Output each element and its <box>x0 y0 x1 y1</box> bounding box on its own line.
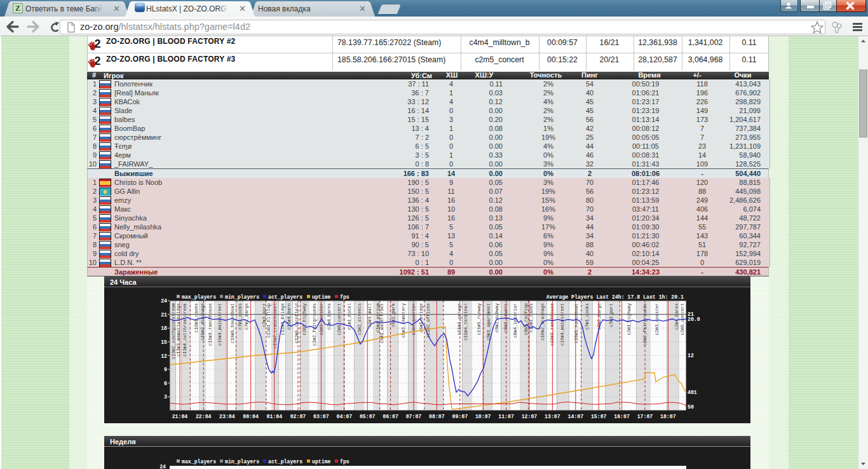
svg-text:23:04: 23:04 <box>219 414 235 419</box>
svg-text:2: 2 <box>95 37 101 50</box>
svg-text:max_players: max_players <box>182 294 216 300</box>
svg-text:c10m2_drainage: c10m2_drainage <box>200 303 205 341</box>
svg-text:21:04: 21:04 <box>172 414 188 419</box>
svg-text:c7m3_port: c7m3_port <box>609 303 614 327</box>
svg-text:fps: fps <box>340 459 349 465</box>
svg-text:c13m4_cutthroatcreek: c13m4_cutthroatcreek <box>182 303 187 357</box>
svg-text:09:07: 09:07 <box>452 414 468 419</box>
svg-text:Average Players Last 24h: 17.8: Average Players Last 24h: 17.8 Last 1h: … <box>546 294 684 300</box>
svg-text:c1m2_streets: c1m2_streets <box>357 303 362 335</box>
svg-text:c2m1_highway: c2m1_highway <box>302 303 307 335</box>
svg-text:14:07: 14:07 <box>568 414 584 419</box>
svg-text:c11m5_runway: c11m5_runway <box>477 303 482 335</box>
svg-text:c10m5_houseboat: c10m5_houseboat <box>230 303 235 343</box>
svg-text:c2m4_barns: c2m4_barns <box>674 303 679 330</box>
svg-text:02:07: 02:07 <box>290 414 306 419</box>
svg-text:10:07: 10:07 <box>475 414 491 419</box>
svg-text:3: 3 <box>164 394 167 400</box>
svg-text:c7m2_barge: c7m2_barge <box>597 303 602 330</box>
svg-text:12:07: 12:07 <box>522 414 538 419</box>
svg-text:c10m3_ranchhouse: c10m3_ranchhouse <box>208 303 213 346</box>
svg-text:c13m2_southpinestream: c13m2_southpinestream <box>171 303 176 359</box>
svg-text:07:07: 07:07 <box>406 414 422 419</box>
svg-text:50: 50 <box>688 404 694 410</box>
svg-text:2: 2 <box>95 55 101 67</box>
svg-text:24: 24 <box>161 298 167 304</box>
svg-text:c11m3_garage: c11m3_garage <box>457 303 462 335</box>
svg-text:c10m4_mainstreet: c10m4_mainstreet <box>560 303 565 346</box>
svg-text:c7m1_docks: c7m1_docks <box>238 303 243 330</box>
svg-text:c11m4_terminal: c11m4_terminal <box>463 303 468 341</box>
svg-text:uptime: uptime <box>312 459 331 465</box>
svg-text:c13m3_memorialbridge: c13m3_memorialbridge <box>176 303 181 357</box>
svg-text:c7m2_barge: c7m2_barge <box>244 303 249 330</box>
svg-text:13:07: 13:07 <box>545 414 560 419</box>
svg-text:c8m5_rooftop: c8m5_rooftop <box>524 303 529 335</box>
svg-text:c10m2_drainage: c10m2_drainage <box>540 303 545 341</box>
svg-text:12: 12 <box>688 353 694 358</box>
svg-text:Неделя: Неделя <box>110 438 136 445</box>
svg-text:21: 21 <box>161 312 167 318</box>
svg-text:c7m1_docks: c7m1_docks <box>585 303 590 330</box>
svg-text:c8m1_apartment: c8m1_apartment <box>486 303 491 341</box>
svg-text:c10m4_mainstreet: c10m4_mainstreet <box>217 303 222 346</box>
svg-text:c2m3_coaster: c2m3_coaster <box>654 303 660 335</box>
svg-text:11:07: 11:07 <box>498 414 514 419</box>
svg-text:24: 24 <box>159 464 166 469</box>
svg-text:c2m1_highway: c2m1_highway <box>627 303 632 335</box>
svg-text:c2m5_concert: c2m5_concert <box>337 303 342 335</box>
svg-text:c2m4_barns: c2m4_barns <box>327 303 332 330</box>
svg-text:c5m2_park: c5m2_park <box>391 303 396 327</box>
svg-text:20.0: 20.0 <box>688 316 700 322</box>
svg-text:04:07: 04:07 <box>337 414 353 419</box>
svg-text:18: 18 <box>161 325 167 331</box>
svg-text:18:07: 18:07 <box>660 414 676 419</box>
svg-text:act_players: act_players <box>268 459 302 465</box>
svg-text:c10m5_houseboat: c10m5_houseboat <box>574 303 579 343</box>
svg-text:22:04: 22:04 <box>196 414 212 419</box>
svg-text:c7m3_port: c7m3_port <box>262 303 267 327</box>
svg-text:9: 9 <box>164 367 167 372</box>
svg-text:c10m3_ranchhouse: c10m3_ranchhouse <box>550 303 555 346</box>
svg-text:c2m2_fairgrounds: c2m2_fairgrounds <box>312 303 317 346</box>
svg-text:min_players: min_players <box>225 459 259 465</box>
svg-text:c12m2_traintunnel: c12m2_traintunnel <box>273 303 278 348</box>
svg-text:fps: fps <box>340 294 349 300</box>
svg-text:06:07: 06:07 <box>383 414 398 419</box>
svg-text:17:07: 17:07 <box>637 414 653 419</box>
svg-text:15: 15 <box>161 339 167 345</box>
svg-text:act_players: act_players <box>268 294 302 300</box>
svg-text:00:04: 00:04 <box>243 414 259 419</box>
svg-text:401: 401 <box>688 390 697 395</box>
svg-text:max_players: max_players <box>182 459 216 465</box>
svg-text:24 Часа: 24 Часа <box>110 278 137 286</box>
svg-text:05:07: 05:07 <box>360 414 376 419</box>
svg-text:uptime: uptime <box>312 294 331 300</box>
svg-text:03:07: 03:07 <box>313 414 329 419</box>
svg-text:15:07: 15:07 <box>591 414 607 419</box>
svg-text:16:07: 16:07 <box>614 414 630 419</box>
svg-text:6: 6 <box>164 381 167 386</box>
svg-text:01:04: 01:04 <box>267 414 283 419</box>
svg-text:12: 12 <box>161 353 167 359</box>
svg-text:c12m1_hilltop: c12m1_hilltop <box>266 303 271 338</box>
svg-text:min_players: min_players <box>225 294 259 300</box>
svg-text:08:07: 08:07 <box>429 414 445 419</box>
